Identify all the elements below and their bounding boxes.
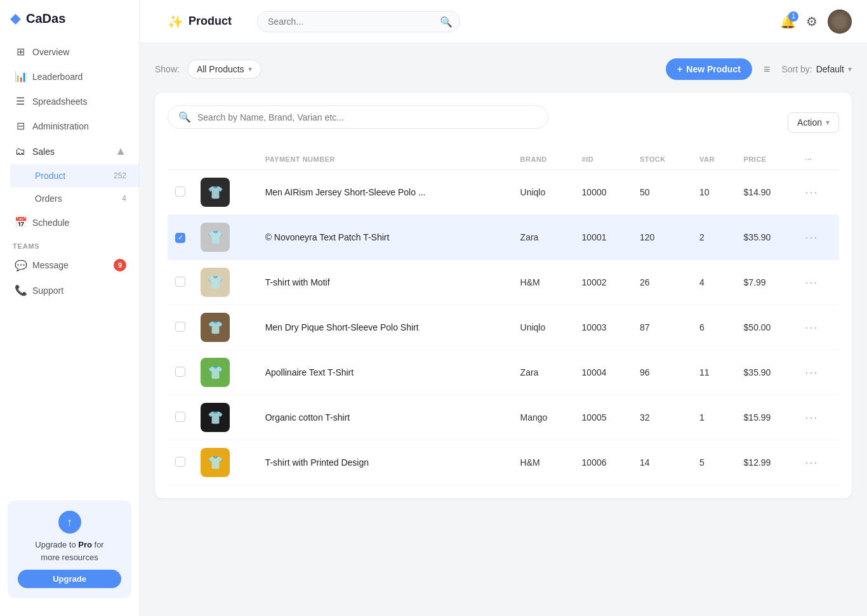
search-icon: 🔍: [440, 15, 453, 27]
overview-icon: ⊞: [15, 46, 26, 58]
thumb-icon: 👕: [208, 320, 223, 335]
show-value: All Products: [197, 64, 244, 74]
product-stock: 120: [640, 232, 654, 242]
settings-button[interactable]: ⚙: [806, 14, 817, 29]
row-thumb-cell: 👕: [193, 395, 258, 440]
table-search-bar[interactable]: 🔍: [168, 105, 548, 129]
col-id[interactable]: #ID: [574, 149, 632, 170]
topbar-search[interactable]: 🔍: [257, 11, 460, 32]
row-price-cell: $35.90: [736, 215, 798, 260]
row-check-cell[interactable]: [168, 395, 193, 440]
sidebar-subnav: Product 252 Orders 4: [0, 164, 139, 210]
product-name: Apollinaire Text T-Shirt: [265, 367, 354, 377]
row-check-cell[interactable]: [168, 260, 193, 305]
thumb-icon: 👕: [208, 185, 223, 200]
product-stock: 87: [640, 322, 650, 332]
col-var[interactable]: VAR: [692, 149, 736, 170]
row-more-cell[interactable]: ···: [798, 260, 839, 305]
action-button[interactable]: Action ▾: [788, 112, 839, 133]
product-stock: 96: [640, 367, 650, 377]
row-check-cell[interactable]: [168, 305, 193, 350]
product-id: 10005: [582, 412, 607, 423]
row-checkbox[interactable]: [175, 412, 185, 422]
row-checkbox[interactable]: [175, 187, 185, 197]
row-var-cell: 1: [692, 395, 736, 440]
row-var-cell: 6: [692, 305, 736, 350]
row-thumb-cell: 👕: [193, 170, 258, 215]
toolbar: Show: All Products ▾ + New Product ≡ Sor…: [155, 58, 852, 80]
col-stock[interactable]: STOCK: [632, 149, 692, 170]
row-var-cell: 10: [692, 170, 736, 215]
sidebar-item-administration[interactable]: ⊟ Administration: [0, 114, 139, 138]
col-price[interactable]: PRICE: [736, 149, 798, 170]
row-more-cell[interactable]: ···: [798, 215, 839, 260]
row-more-cell[interactable]: ···: [798, 440, 839, 485]
sidebar-item-schedule[interactable]: 📅 Schedule: [0, 210, 139, 235]
sidebar-item-sales[interactable]: 🗂 Sales ▲: [0, 138, 139, 164]
product-id: 10001: [582, 232, 607, 242]
row-more-cell[interactable]: ···: [798, 395, 839, 440]
row-brand-cell: Uniqlo: [513, 305, 574, 350]
product-brand: Zara: [520, 367, 539, 377]
row-more-button[interactable]: ···: [805, 231, 819, 244]
plus-icon: +: [677, 64, 682, 74]
sidebar-item-spreadsheets[interactable]: ☰ Spreadsheets: [0, 89, 139, 114]
row-more-cell[interactable]: ···: [798, 350, 839, 395]
row-checkbox[interactable]: ✓: [175, 233, 185, 243]
row-checkbox[interactable]: [175, 277, 185, 287]
row-name-cell: Apollinaire Text T-Shirt: [258, 350, 513, 395]
main-area: ✨ Product 🔍 🔔 1 ⚙ Show:: [140, 0, 867, 616]
sidebar-item-label: Orders: [35, 193, 116, 204]
row-more-button[interactable]: ···: [805, 321, 819, 334]
row-more-button[interactable]: ···: [805, 366, 819, 379]
sidebar-item-label: Spreadsheets: [32, 96, 126, 107]
sidebar-item-leaderboard[interactable]: 📊 Leaderboard: [0, 64, 139, 89]
sidebar-item-message[interactable]: 💬 Message 9: [0, 252, 139, 278]
leaderboard-icon: 📊: [15, 70, 26, 82]
row-check-cell[interactable]: [168, 440, 193, 485]
row-more-button[interactable]: ···: [805, 411, 819, 424]
search-input[interactable]: [257, 11, 460, 32]
row-checkbox[interactable]: [175, 322, 185, 332]
sidebar-item-label: Schedule: [32, 218, 126, 228]
topbar-actions: 🔔 1 ⚙: [780, 10, 852, 34]
row-more-cell[interactable]: ···: [798, 305, 839, 350]
row-more-cell[interactable]: ···: [798, 170, 839, 215]
product-brand: H&M: [520, 457, 540, 468]
orders-count: 4: [122, 194, 126, 203]
show-dropdown[interactable]: All Products ▾: [187, 60, 261, 79]
row-check-cell[interactable]: [168, 350, 193, 395]
sales-expand-icon: ▲: [115, 145, 126, 158]
col-brand[interactable]: BRAND: [513, 149, 574, 170]
table-row: 👕 Men AIRism Jersey Short-Sleeve Polo ..…: [168, 170, 839, 215]
support-icon: 📞: [15, 284, 26, 296]
table-search-input[interactable]: [197, 112, 538, 122]
row-more-button[interactable]: ···: [805, 186, 819, 199]
row-checkbox[interactable]: [175, 367, 185, 377]
row-id-cell: 10002: [574, 260, 632, 305]
col-payment-number[interactable]: PAYMENT NUMBER: [258, 149, 513, 170]
sidebar-item-product[interactable]: Product 252: [10, 164, 139, 187]
administration-icon: ⊟: [15, 120, 26, 132]
table-row: 👕 Apollinaire Text T-Shirt Zara 10004 96…: [168, 350, 839, 395]
row-stock-cell: 87: [632, 305, 692, 350]
avatar[interactable]: [828, 10, 852, 34]
sidebar-item-overview[interactable]: ⊞ Overview: [0, 39, 139, 64]
new-product-button[interactable]: + New Product: [666, 58, 752, 80]
sidebar-item-label: Message: [32, 260, 107, 270]
sidebar-item-support[interactable]: 📞 Support: [0, 278, 139, 303]
row-checkbox[interactable]: [175, 457, 185, 467]
upgrade-button[interactable]: Upgrade: [18, 570, 121, 588]
row-more-button[interactable]: ···: [805, 276, 819, 289]
sidebar-nav: ⊞ Overview 📊 Leaderboard ☰ Spreadsheets …: [0, 39, 139, 493]
product-price: $7.99: [744, 277, 766, 287]
row-more-button[interactable]: ···: [805, 456, 819, 469]
row-name-cell: T-shirt with Printed Design: [258, 440, 513, 485]
thumb-icon: 👕: [208, 275, 223, 290]
sidebar-item-orders[interactable]: Orders 4: [10, 187, 139, 210]
product-brand: Uniqlo: [520, 187, 546, 197]
notification-button[interactable]: 🔔 1: [780, 14, 796, 29]
filter-button[interactable]: ≡: [760, 59, 774, 80]
row-check-cell[interactable]: [168, 170, 193, 215]
row-check-cell[interactable]: ✓: [168, 215, 193, 260]
